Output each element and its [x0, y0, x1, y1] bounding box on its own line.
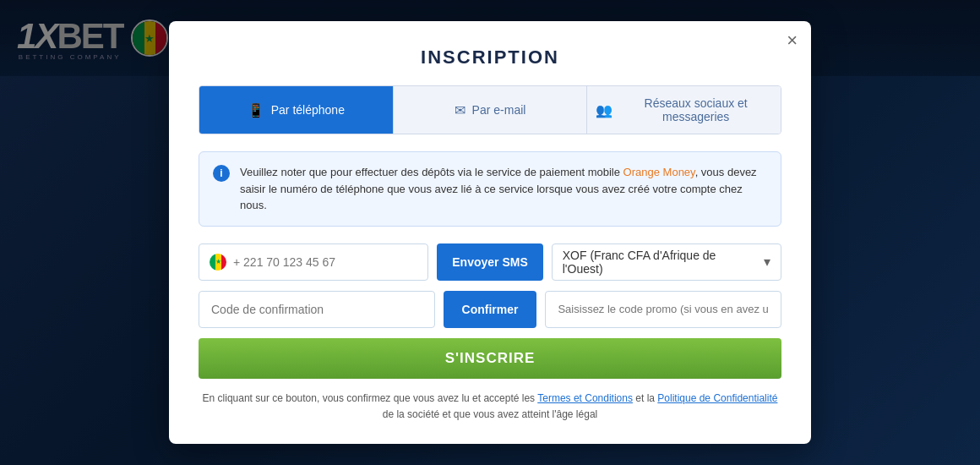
phone-tab-icon: 📱 — [248, 102, 264, 118]
info-icon: i — [213, 165, 230, 182]
privacy-link[interactable]: Politique de Confidentialité — [657, 392, 777, 404]
tabs-container: 📱 Par téléphone ✉ Par e-mail 👥 Réseaux s… — [199, 85, 781, 134]
tab-social[interactable]: 👥 Réseaux sociaux et messageries — [587, 86, 781, 134]
modal-overlay: × INSCRIPTION 📱 Par téléphone ✉ Par e-ma… — [0, 0, 980, 465]
confirmation-field[interactable] — [199, 291, 435, 328]
promo-field[interactable] — [545, 291, 781, 328]
legal-text: En cliquant sur ce bouton, vous confirme… — [199, 391, 781, 423]
confirmation-input[interactable] — [211, 303, 422, 316]
tab-phone-label: Par téléphone — [271, 103, 345, 117]
chevron-down-icon: ▾ — [764, 254, 770, 270]
social-tab-icon: 👥 — [596, 102, 612, 118]
phone-field[interactable]: ★ — [199, 243, 428, 281]
promo-input[interactable] — [558, 303, 769, 315]
tab-email-label: Par e-mail — [472, 103, 526, 117]
phone-row: ★ Envoyer SMS XOF (Franc CFA d'Afrique d… — [199, 243, 781, 281]
modal: × INSCRIPTION 📱 Par téléphone ✉ Par e-ma… — [169, 21, 811, 444]
close-button[interactable]: × — [787, 31, 798, 50]
tab-phone[interactable]: 📱 Par téléphone — [199, 86, 394, 134]
tab-social-label: Réseaux sociaux et messageries — [619, 96, 772, 123]
currency-dropdown[interactable]: XOF (Franc CFA d'Afrique de l'Ouest) ▾ — [552, 243, 781, 281]
orange-money-highlight: Orange Money — [623, 166, 695, 178]
phone-input[interactable] — [233, 255, 417, 269]
currency-label: XOF (Franc CFA d'Afrique de l'Ouest) — [563, 249, 759, 276]
info-text: Veuillez noter que pour effectuer des dé… — [240, 164, 767, 214]
info-box: i Veuillez noter que pour effectuer des … — [199, 151, 781, 227]
confirmation-row: Confirmer — [199, 291, 781, 328]
terms-link[interactable]: Termes et Conditions — [537, 392, 633, 404]
email-tab-icon: ✉ — [455, 102, 466, 118]
phone-flag: ★ — [210, 254, 226, 271]
register-button[interactable]: S'INSCRIRE — [199, 338, 781, 379]
legal-mid-text: et la — [635, 392, 655, 404]
legal-after-text: de la société et que vous avez atteint l… — [383, 408, 597, 420]
confirm-button[interactable]: Confirmer — [444, 291, 537, 328]
send-sms-button[interactable]: Envoyer SMS — [437, 243, 542, 281]
modal-title: INSCRIPTION — [199, 46, 781, 68]
legal-before: En cliquant sur ce bouton, vous confirme… — [203, 392, 536, 404]
tab-email[interactable]: ✉ Par e-mail — [394, 86, 588, 134]
